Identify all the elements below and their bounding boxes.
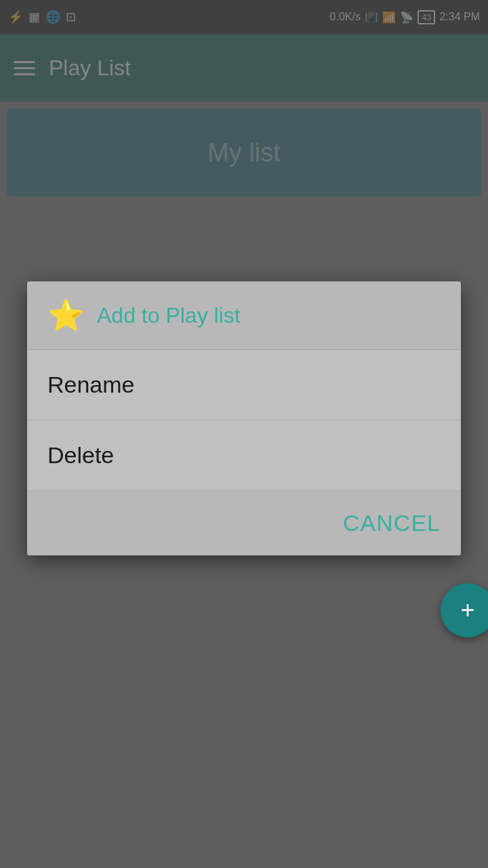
delete-label: Delete — [47, 442, 114, 468]
dialog-header[interactable]: ⭐ Add to Play list — [27, 281, 461, 350]
context-menu-dialog: ⭐ Add to Play list Rename Delete CANCEL — [27, 281, 461, 555]
cancel-button[interactable]: CANCEL — [343, 510, 441, 536]
rename-menu-item[interactable]: Rename — [27, 350, 461, 420]
dialog-footer: CANCEL — [27, 491, 461, 555]
rename-label: Rename — [47, 372, 135, 397]
star-icon: ⭐ — [47, 300, 85, 330]
add-to-playlist-label: Add to Play list — [97, 303, 241, 328]
delete-menu-item[interactable]: Delete — [27, 420, 461, 491]
fab-button[interactable]: + — [441, 583, 488, 637]
fab-add-icon: + — [460, 598, 474, 623]
